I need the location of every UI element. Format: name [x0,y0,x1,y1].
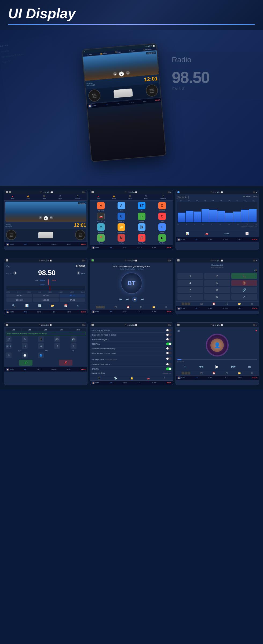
bt-circle: BT [121,272,142,294]
music-nav-icons: ⬛⬛⬛ 🖼 ⏰ 🎵 📂 ⚙ [176,371,259,375]
home-content: 🎵 8.Songs ⏮ ▶ ⏭ Thursday2022-02-03 12:01… [4,201,87,242]
confirm-ok[interactable]: ✓ [19,360,32,366]
toggle-1[interactable] [166,329,171,332]
app-chrome[interactable]: ○Chrome [132,213,151,222]
toggle-7[interactable] [166,357,171,360]
key-5[interactable]: 5 [204,280,230,286]
bt-player-controls: ⏮ ⏭ ⏹ ⏭ [119,297,144,302]
page-title: UI Display [8,5,255,21]
music-next2[interactable]: ⏭ [248,365,251,368]
key-8[interactable]: 8 [204,287,230,293]
mno-label[interactable]: MNO [40,279,45,285]
app-mcxkey[interactable]: MmcxKey [112,234,131,244]
menu-icon[interactable]: ☰ [177,329,180,332]
toggle-4[interactable] [166,343,171,345]
confirm-cancel[interactable]: ✗ [59,360,72,366]
key-share[interactable]: ↗ [231,294,257,300]
hero-back-label: BACK [155,99,160,101]
signal-bar [6,286,85,290]
app-music[interactable]: 🎵Music Player [132,234,151,244]
app-carlink[interactable]: 🚗Car Link 2.0 [91,213,111,222]
bt-prev[interactable]: ⏮ [119,297,122,301]
key-1[interactable]: 1 [177,273,203,279]
music-prev2[interactable]: ◀◀ [199,365,203,368]
album-art: 👤 [206,334,229,356]
phone-disconnected: Disconnected [177,264,257,266]
music-header: ☰ ♥ [177,329,257,333]
toggle-5[interactable] [166,347,171,350]
bt-next[interactable]: ⏭ [141,297,144,301]
app-gallery[interactable]: 🖼Gallery [132,223,151,233]
settings-item-7: Backlight controlSmall light control [92,355,171,362]
key-end[interactable]: 📵 [231,280,257,286]
music-prev[interactable]: ⏮ [184,365,187,368]
key-star[interactable]: * [177,294,203,300]
toggle-6[interactable] [166,352,171,354]
key-call[interactable]: 📞 [231,273,257,279]
apps-grid: AApp Store AAUX BTBT CCalculator 🚗Car Li… [90,201,173,245]
eq-content: Standard ∨ All Default Set up 2.02.02.02… [176,194,259,237]
app-filemgr[interactable]: 📁FileManager [112,223,131,233]
screenshots-grid-row1: 📱 12:01 🔊10 ⬜ ⬛ ➤ ▲Navi 📻Radio ⬛Apps 🎵Mu… [0,186,263,254]
app-control[interactable]: CControl [152,213,172,222]
radio-ghost-label: Radio [166,52,263,68]
music-controls: ⏮ ◀◀ ▶ ▶▶ ⏭ [177,364,257,369]
status-bar-steering: 📱 12:09 🔊18 ⬜ ⬛ ➤ [4,323,87,327]
confirm-buttons: ✓ ✗ [6,360,86,366]
key-4[interactable]: 4 [177,280,203,286]
app-google[interactable]: GGoogle [152,223,172,233]
panel-bt: 📱 12:07 🔊18 ⬜ ⬛ ➤ That I can't keep out … [90,258,173,314]
app-calc[interactable]: CCalculator [152,202,172,212]
radio-fm-label: FM [6,265,10,267]
freq-prev[interactable]: ◀ [13,271,17,275]
heart-icon[interactable]: ♥ [255,329,257,332]
app-eq[interactable]: ≡Equalizer [91,223,111,233]
panel-apps: 📱 12:02 🔊10 ⬜ ⬛ ➤ ▲Navi 📻Radio ⬛Apps 🎵Mu… [90,190,173,250]
steering-content: 255 255 255 255 255 please hold the butt… [4,327,87,367]
music-play[interactable]: ▶ [215,364,219,369]
app-bt[interactable]: BTBT [132,202,151,212]
app-aux[interactable]: AAUX [112,202,131,212]
key-link[interactable]: 🔗 [231,287,257,293]
freq-next[interactable]: ▶ [77,271,81,275]
dx-label[interactable]: DX [35,279,38,285]
bottom-bar-home: 🏠 HOME A/C 0.0°C — 10 — 0.0°C BACK [4,242,87,246]
back-label-home[interactable]: BACK [81,243,86,245]
home-time: 12:01 [74,223,86,228]
hero-section: ▶▶ ◀◀ FM 98.50 Updates on the abu... 1⃣ … [0,30,263,186]
app-playstore[interactable]: ▶Play Store [152,234,172,244]
header: UI Display [0,0,263,30]
bt-playpause[interactable]: ⏭ [126,297,129,301]
settings-item-1: Press any key to start [92,328,171,333]
bottom-bar-bt: 🏠HOME A/C 0.0°C — 18 — 0.0°C BACK [90,309,173,314]
key-7[interactable]: 7 [177,287,203,293]
color-sliders: 255 255 255 255 255 [6,328,86,331]
settings-item-2: Brake wire for video in motion [92,333,171,337]
eq-preset[interactable]: Standard ∨ [177,196,189,199]
time-current: 00:00:00 [177,361,184,362]
settings-item-6: Mirror view on reverse image [92,351,171,355]
bt-stop[interactable]: ⏹ [132,297,137,302]
app-carbitlink[interactable]: CCarbitLink [112,213,131,222]
dial-icon: 📲 [177,269,257,272]
key-2[interactable]: 2 [204,273,230,279]
key-0[interactable]: 0 [204,294,230,300]
app-maps[interactable]: 📍Maps [91,234,111,244]
phone-nav-icons: ⬛⬛⬛ 🖼 ⏰ 🎵 📂 ⚙ [176,301,259,306]
toggle-8[interactable] [166,363,171,366]
status-bar-apps: 📱 12:02 🔊10 ⬜ ⬛ ➤ [90,190,173,194]
toggle-3[interactable] [166,338,171,341]
music-next[interactable]: ▶▶ [231,365,236,368]
status-bar-home: 📱 12:01 🔊10 ⬜ ⬛ ➤ [4,190,87,194]
music-content: ☰ ♥ 👤 00:00:00 ⏮ ◀◀ ▶ [176,327,259,371]
toggle-9[interactable] [166,368,171,370]
panel-home: 📱 12:01 🔊10 ⬜ ⬛ ➤ ▲Navi 📻Radio ⬛Apps 🎵Mu… [4,190,87,250]
toggle-2[interactable] [166,333,171,336]
radio-ghost: Radio 98.50 FM 1-3 [166,52,263,100]
bt-content: That I can't keep out got me singin' lik… [90,263,173,305]
freq-presets: 87.50 90.10 98.10 106.10 108.00 87.50 [6,294,85,302]
settings-item-10: Lantern settings Automatic loop [92,371,171,375]
bottom-bar-radio: 🏠HOME A/C 0.0°C — 18 — 0.0°C BACK [4,310,87,314]
app-appstore[interactable]: AApp Store [91,202,111,212]
status-bar-settings: 📱 11:59 🔊18 ⬜ ⬛ ➤ [90,323,173,327]
